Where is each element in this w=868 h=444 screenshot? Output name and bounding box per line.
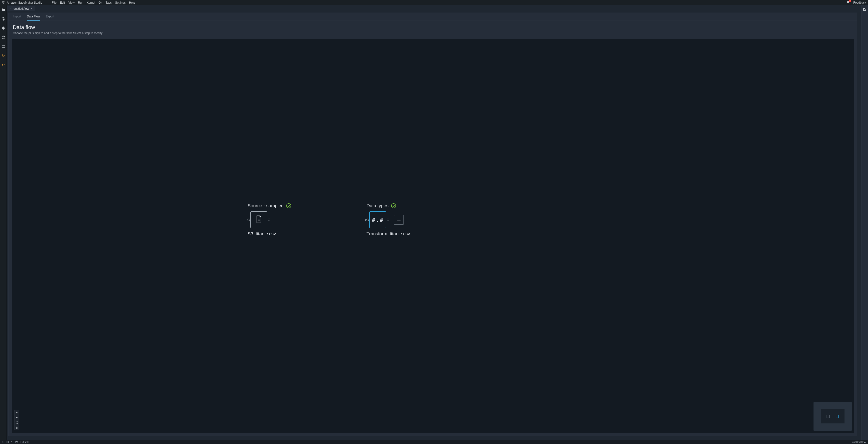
status-terminal-count[interactable]: 1	[11, 441, 12, 444]
page-subtitle: Choose the plus sign to add a step to th…	[13, 31, 853, 35]
subtab-dataflow[interactable]: Data Flow	[27, 15, 40, 21]
node-title: Data types	[366, 203, 389, 209]
add-step-button[interactable]: ＋	[394, 215, 404, 225]
notifications-button[interactable]: 4	[846, 0, 850, 5]
flow-node-datatypes[interactable]: Data types #.#	[366, 203, 410, 236]
menu-help[interactable]: Help	[129, 1, 135, 4]
activity-rail	[0, 5, 7, 440]
file-browser-icon[interactable]	[1, 8, 5, 11]
svg-point-16	[392, 203, 396, 208]
terminal-icon[interactable]	[6, 441, 9, 443]
tab-untitled-flow[interactable]: untitled.flow ✕	[7, 6, 35, 11]
node-subtitle: Transform: titanic.csv	[366, 231, 410, 236]
subtab-export[interactable]: Export	[46, 15, 54, 21]
experiments-icon[interactable]	[1, 54, 5, 58]
flow-canvas[interactable]: Source - sampled	[12, 39, 854, 433]
svg-point-9	[4, 55, 5, 56]
svg-point-5	[3, 18, 4, 19]
minimap[interactable]	[813, 402, 852, 431]
commands-icon[interactable]	[1, 35, 5, 39]
open-tabs-icon[interactable]	[1, 44, 5, 49]
svg-point-10	[3, 56, 3, 57]
fit-view-button[interactable]	[14, 420, 19, 425]
svg-point-18	[16, 441, 17, 442]
node-box[interactable]: #.#	[369, 211, 386, 228]
statusbar: 0 1 Git: idle untitled.flow	[0, 440, 868, 444]
port-out[interactable]	[268, 219, 270, 221]
menu-edit[interactable]: Edit	[60, 1, 65, 4]
zoom-in-button[interactable]: +	[14, 410, 19, 415]
node-subtitle: S3: titanic.csv	[248, 231, 276, 236]
subtabs: Import Data Flow Export	[8, 13, 857, 21]
port-out[interactable]	[387, 219, 389, 221]
brand: Amazon SageMaker Studio	[2, 0, 42, 5]
status-ok-icon	[391, 203, 396, 209]
lock-button[interactable]	[14, 425, 19, 430]
flow-file-icon	[9, 7, 12, 11]
menu-git[interactable]: Git	[99, 1, 102, 4]
inspector-rail	[861, 5, 868, 440]
datatypes-glyph: #.#	[372, 217, 384, 223]
svg-point-12	[286, 203, 291, 208]
menu-view[interactable]: View	[68, 1, 74, 4]
canvas-controls: + −	[14, 410, 19, 430]
notification-count: 4	[849, 0, 851, 2]
menu-file[interactable]: File	[52, 1, 56, 4]
tab-label: untitled.flow	[13, 7, 29, 10]
svg-point-11	[4, 65, 5, 65]
tabstrip: untitled.flow ✕	[7, 5, 861, 11]
minimap-node	[827, 415, 830, 418]
svg-point-19	[16, 441, 18, 443]
menus: File Edit View Run Kernel Git Tabs Setti…	[52, 1, 135, 4]
svg-point-0	[3, 2, 4, 3]
node-title: Source - sampled	[248, 203, 284, 209]
menu-run[interactable]: Run	[78, 1, 83, 4]
svg-point-4	[2, 18, 5, 20]
menu-kernel[interactable]: Kernel	[87, 1, 95, 4]
menubar: Amazon SageMaker Studio File Edit View R…	[0, 0, 868, 5]
kernel-status-icon[interactable]	[15, 440, 18, 444]
menu-tabs[interactable]: Tabs	[105, 1, 112, 4]
close-icon[interactable]: ✕	[30, 7, 33, 10]
status-filename: untitled.flow	[852, 441, 866, 444]
editor-area: untitled.flow ✕ Import Data Flow Export …	[7, 5, 861, 440]
sagemaker-logo-icon	[2, 0, 5, 5]
registry-icon[interactable]	[1, 17, 5, 21]
svg-point-6	[2, 36, 5, 39]
subtab-import[interactable]: Import	[13, 15, 21, 21]
app-title: Amazon SageMaker Studio	[7, 1, 42, 4]
settings-icon[interactable]	[863, 8, 867, 12]
git-icon[interactable]	[1, 26, 5, 30]
plus-icon: ＋	[396, 216, 402, 224]
menu-settings[interactable]: Settings	[115, 1, 125, 4]
zoom-out-button[interactable]: −	[14, 415, 19, 420]
port-in[interactable]	[366, 219, 369, 221]
svg-rect-17	[16, 427, 18, 429]
flow-node-source[interactable]: Source - sampled	[248, 203, 291, 236]
minimap-node	[836, 415, 839, 418]
document-frame: Import Data Flow Export Data flow Choose…	[8, 12, 857, 436]
git-status[interactable]: Git: idle	[20, 441, 29, 444]
document-icon	[255, 215, 262, 224]
status-ok-icon	[286, 203, 291, 209]
svg-rect-7	[2, 45, 5, 47]
port-in[interactable]	[248, 219, 250, 221]
page-title: Data flow	[13, 24, 853, 31]
status-left-number[interactable]: 0	[2, 441, 3, 444]
node-box[interactable]	[250, 211, 268, 228]
feedback-link[interactable]: Feedback	[853, 1, 866, 4]
endpoints-icon[interactable]	[1, 63, 5, 67]
